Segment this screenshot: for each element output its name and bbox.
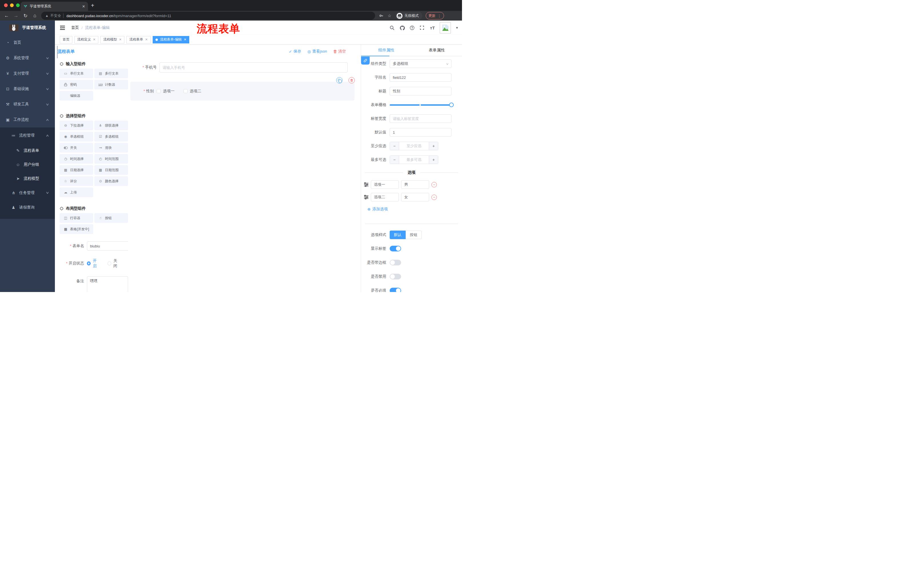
tag-process-model[interactable]: 流程模型✕ (101, 36, 124, 43)
palette-item-color-picker[interactable]: ⊙颜色选择 (94, 176, 128, 186)
avatar[interactable] (440, 22, 451, 33)
option1-value-input[interactable] (401, 180, 429, 189)
palette-item-editor[interactable]: 编辑器 (59, 91, 93, 100)
tab-form-props[interactable]: 表单属性 (412, 44, 462, 56)
delete-component-button[interactable] (348, 77, 355, 84)
palette-item-counter[interactable]: 123计数器 (94, 80, 128, 89)
component-type-select[interactable]: 多选框组∨ (390, 59, 451, 68)
avatar-caret-icon[interactable]: ▼ (455, 26, 459, 30)
back-icon[interactable]: ← (4, 13, 10, 18)
style-default-button[interactable]: 默认 (390, 230, 406, 239)
link-badge[interactable] (361, 57, 370, 64)
form-name-input[interactable] (87, 242, 129, 250)
help-icon[interactable] (410, 25, 415, 30)
status-on-radio[interactable]: 开启 (87, 258, 100, 268)
sidebar-item-infra[interactable]: ⊡基础设施∨ (0, 81, 55, 97)
tag-close-icon[interactable]: ✕ (145, 38, 147, 41)
palette-item-cascader[interactable]: ⋔级联选择 (94, 120, 128, 130)
tag-close-icon[interactable]: ✕ (184, 38, 186, 41)
palette-item-time-range[interactable]: ◴时间范围 (94, 154, 128, 164)
title-input[interactable] (390, 87, 451, 95)
browser-tab[interactable]: 芋道管理系统 ✕ (21, 2, 88, 11)
field-name-input[interactable] (390, 73, 451, 82)
close-window-button[interactable] (4, 3, 8, 7)
search-icon[interactable] (390, 25, 395, 30)
tag-home[interactable]: 首页 (60, 36, 72, 43)
palette-item-password[interactable]: 密码 (59, 80, 93, 89)
github-icon[interactable] (400, 25, 405, 30)
min-select-value[interactable]: 至少应选 (399, 142, 429, 150)
tab-close-icon[interactable]: ✕ (82, 4, 85, 8)
palette-item-date-picker[interactable]: ▦日期选择 (59, 165, 93, 175)
canvas-field-gender-selected[interactable]: 性别 选项一 选项二 (130, 82, 355, 100)
tag-close-icon[interactable]: ✕ (93, 38, 96, 41)
canvas-field-phone[interactable]: 手机号 (128, 62, 361, 72)
palette-item-upload[interactable]: ☁上传 (59, 188, 93, 197)
sidebar-item-payment[interactable]: ¥支付管理∨ (0, 66, 55, 81)
required-toggle[interactable] (390, 288, 401, 292)
option2-value-input[interactable] (401, 193, 429, 201)
tag-process-definition[interactable]: 流程定义✕ (74, 36, 98, 43)
home-icon[interactable]: ⌂ (32, 13, 38, 18)
palette-item-date-range[interactable]: ▩日期范围 (94, 165, 128, 175)
increase-icon[interactable]: + (429, 142, 438, 150)
sidebar-item-leave-query[interactable]: ♟请假查询 (0, 200, 55, 215)
show-label-toggle[interactable] (390, 246, 401, 252)
tag-process-form[interactable]: 流程表单✕ (126, 36, 150, 43)
breadcrumb-home[interactable]: 首页 (71, 25, 79, 30)
palette-item-dropdown[interactable]: ⊖下拉选择 (59, 120, 93, 130)
window-controls[interactable] (4, 3, 20, 7)
palette-item-switch[interactable]: 开关 (59, 143, 93, 153)
palette-item-single-text[interactable]: ▭单行文本 (59, 69, 93, 78)
browser-menu-dots-icon[interactable]: ⋮ (438, 14, 441, 18)
option2-label-input[interactable] (371, 193, 399, 201)
disabled-toggle[interactable] (390, 274, 401, 280)
palette-item-row-container[interactable]: ◫行容器 (59, 213, 93, 223)
drag-handle-icon[interactable] (364, 183, 368, 186)
palette-item-multi-text[interactable]: ▤多行文本 (94, 69, 128, 78)
default-value-input[interactable] (390, 128, 451, 137)
slider-handle[interactable] (449, 102, 454, 107)
address-bar[interactable]: ▲ 不安全 dashboard.yudao.iocoder.cn/bpm/man… (41, 12, 375, 20)
palette-item-rate[interactable]: ☆评分 (59, 176, 93, 186)
sidebar-item-home[interactable]: ◔首页 (0, 35, 55, 50)
new-tab-button[interactable]: + (91, 3, 94, 8)
remove-option-button[interactable]: − (431, 182, 437, 188)
reload-icon[interactable]: ↻ (23, 13, 28, 19)
add-option-link[interactable]: ⊕添加选项 (367, 207, 462, 212)
sidebar-item-workflow[interactable]: ▣工作流程∧ (0, 112, 55, 127)
tag-process-form-edit-active[interactable]: 流程表单-编辑✕ (153, 36, 189, 43)
collapse-sidebar-icon[interactable] (60, 26, 65, 30)
phone-input[interactable] (160, 62, 348, 72)
bookmark-star-icon[interactable]: ☆ (388, 13, 391, 18)
view-json-button[interactable]: ◎查看json (307, 49, 327, 54)
palette-item-table[interactable]: ▦表格[开发中] (59, 224, 93, 234)
palette-item-button[interactable]: ☝按钮 (94, 213, 128, 223)
label-width-input[interactable] (390, 114, 451, 123)
border-toggle[interactable] (390, 260, 401, 265)
minimize-window-button[interactable] (10, 3, 14, 7)
sidebar-item-process-mgmt[interactable]: ≔流程管理∧ (0, 127, 55, 143)
gender-option-2[interactable]: 选项二 (183, 89, 201, 94)
clear-button[interactable]: 清空 (333, 49, 346, 54)
status-off-radio[interactable]: 关闭 (107, 258, 120, 268)
save-button[interactable]: ✓保存 (289, 49, 301, 54)
sidebar-item-task-mgmt[interactable]: ⋔任务管理∨ (0, 186, 55, 200)
tab-component-props[interactable]: 组件属性 (361, 44, 412, 56)
sidebar-item-system[interactable]: ⚙系统管理∨ (0, 50, 55, 66)
form-canvas[interactable]: 手机号 性别 选项一 选项二 (128, 58, 361, 292)
palette-item-radio-group[interactable]: ◉单选框组 (59, 132, 93, 141)
decrease-icon[interactable]: − (390, 156, 399, 164)
grid-slider[interactable] (390, 100, 451, 109)
sidebar-item-devtools[interactable]: ⚒研发工具∨ (0, 97, 55, 112)
decrease-icon[interactable]: − (390, 142, 399, 150)
checkbox-icon[interactable] (183, 89, 188, 93)
remove-option-button[interactable]: − (431, 194, 437, 200)
not-secure-warning-icon[interactable]: ▲ (45, 14, 49, 18)
password-key-icon[interactable] (379, 13, 384, 18)
palette-item-checkbox-group[interactable]: ☑多选框组 (94, 132, 128, 141)
font-size-icon[interactable]: ᴛT (430, 25, 435, 30)
style-button-button[interactable]: 按钮 (406, 230, 422, 239)
max-select-stepper[interactable]: −最多可选+ (390, 155, 438, 164)
option1-label-input[interactable] (371, 180, 399, 189)
